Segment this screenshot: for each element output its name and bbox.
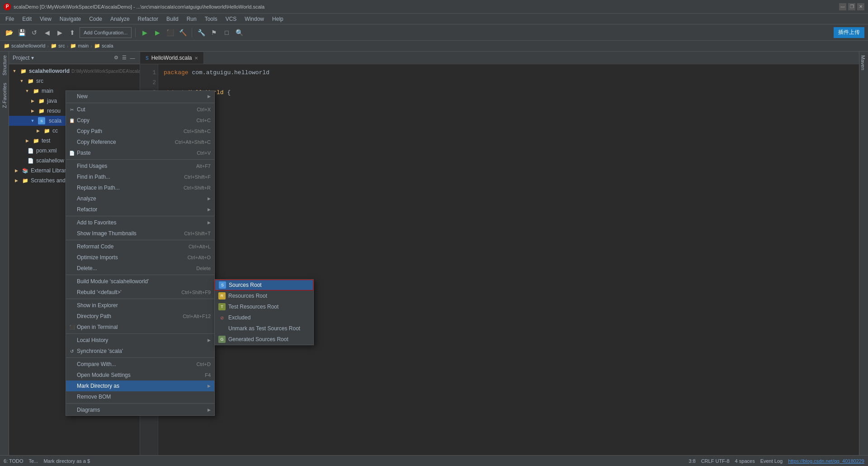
terminal-button[interactable]: Te...: [29, 458, 38, 464]
ctx-analyze[interactable]: Analyze: [66, 193, 214, 204]
ctx-show-explorer[interactable]: Show in Explorer: [66, 300, 214, 311]
breadcrumb-item-project[interactable]: 📁 scalahelloworld: [4, 43, 45, 49]
toolbar-search-button[interactable]: 🔍: [234, 27, 245, 38]
encoding-indicator: CRLF UTF-8: [701, 458, 730, 464]
toolbar-save-button[interactable]: 💾: [16, 27, 27, 38]
add-config-button[interactable]: Add Configuration...: [80, 27, 132, 38]
submenu-excluded[interactable]: ⊘ Excluded: [215, 312, 313, 323]
ctx-reformat-code[interactable]: Reformat Code Ctrl+Alt+L: [66, 241, 214, 252]
toolbar-more-button[interactable]: □: [221, 27, 232, 38]
ctx-remove-bom[interactable]: Remove BOM: [66, 391, 214, 402]
maximize-button[interactable]: ❐: [848, 3, 855, 10]
code-area[interactable]: package com.atguigu.helloworld object He…: [158, 64, 859, 455]
copy-icon: 📋: [69, 117, 75, 124]
tab-close-button[interactable]: ✕: [194, 56, 198, 61]
event-log-button[interactable]: Event Log: [760, 458, 783, 464]
ctx-sep-4: [66, 240, 214, 240]
project-collapse-button[interactable]: —: [129, 54, 136, 62]
menu-view[interactable]: View: [36, 15, 55, 23]
menu-analyze[interactable]: Analyze: [107, 15, 133, 23]
minimize-button[interactable]: —: [839, 3, 846, 10]
menu-tools[interactable]: Tools: [201, 15, 221, 23]
ctx-new[interactable]: New: [66, 91, 214, 102]
app-icon: P: [4, 3, 11, 10]
toolbar-run-button[interactable]: ▶: [139, 27, 150, 38]
excluded-icon: ⊘: [218, 314, 226, 321]
todo-button[interactable]: 6: TODO: [4, 458, 24, 464]
favorites-tool[interactable]: Z-Favorites: [1, 79, 8, 112]
toolbar-back-button[interactable]: ◀: [42, 27, 52, 38]
project-settings-button[interactable]: ⚙: [113, 54, 120, 62]
menu-vcs[interactable]: VCS: [222, 15, 241, 23]
breadcrumb-item-src[interactable]: 📁 src: [51, 43, 65, 49]
upload-button[interactable]: 插件上传: [834, 27, 864, 38]
menu-window[interactable]: Window: [241, 15, 268, 23]
tree-label: scala: [49, 118, 61, 124]
menu-navigate[interactable]: Navigate: [56, 15, 85, 23]
tree-item-src[interactable]: ▼ 📁 src: [9, 76, 140, 86]
menu-help[interactable]: Help: [269, 15, 287, 23]
ctx-copy[interactable]: 📋 Copy Ctrl+C: [66, 115, 214, 126]
ctx-synchronize[interactable]: ↺ Synchronize 'scala': [66, 346, 214, 357]
structure-tool[interactable]: Structure: [1, 52, 8, 79]
submenu-test-resources-root[interactable]: T Test Resources Root: [215, 301, 313, 312]
ctx-add-to-favorites[interactable]: Add to Favorites: [66, 217, 214, 228]
toolbar-debug-button[interactable]: ▶: [152, 27, 163, 38]
ctx-rebuild[interactable]: Rebuild '<default>' Ctrl+Shift+F9: [66, 287, 214, 298]
menu-code[interactable]: Code: [85, 15, 106, 23]
ctx-mark-directory-as[interactable]: Mark Directory as: [66, 380, 214, 391]
url-link[interactable]: https://blog.csdn.net/qq_40180229: [788, 458, 864, 464]
submenu-label: Generated Sources Root: [228, 336, 288, 342]
ctx-replace-in-path[interactable]: Replace in Path... Ctrl+Shift+R: [66, 182, 214, 193]
ctx-build-module[interactable]: Build Module 'scalahelloworld': [66, 276, 214, 287]
toolbar: 📂 💾 ↺ ◀ ▶ ⬆ Add Configuration... ▶ ▶ ⬛ 🔨…: [0, 24, 868, 41]
ctx-refactor[interactable]: Refactor: [66, 204, 214, 215]
submenu-generated-sources-root[interactable]: G Generated Sources Root: [215, 334, 313, 345]
ctx-cut[interactable]: ✂ Cut Ctrl+X: [66, 104, 214, 115]
toolbar-flag-button[interactable]: ⚑: [208, 27, 219, 38]
ctx-paste[interactable]: 📄 Paste Ctrl+V: [66, 147, 214, 158]
ctx-show-image-thumbnails[interactable]: Show Image Thumbnails Ctrl+Shift+T: [66, 228, 214, 239]
ctx-compare-with[interactable]: Compare With... Ctrl+D: [66, 359, 214, 370]
toolbar-stop-button[interactable]: ⬛: [165, 27, 175, 38]
ctx-delete[interactable]: Delete... Delete: [66, 263, 214, 274]
toolbar-build-button[interactable]: 🔨: [177, 27, 188, 38]
code-line-1: package com.atguigu.helloworld: [164, 68, 854, 78]
menu-refactor[interactable]: Refactor: [134, 15, 162, 23]
menu-build[interactable]: Build: [163, 15, 182, 23]
submenu-unmark-test-sources[interactable]: Unmark as Test Sources Root: [215, 323, 313, 334]
ctx-copy-path[interactable]: Copy Path Ctrl+Shift+C: [66, 126, 214, 137]
ctx-directory-path[interactable]: Directory Path Ctrl+Alt+F12: [66, 311, 214, 322]
tree-label: Scratches and: [31, 177, 66, 184]
toolbar-open-button[interactable]: 📂: [4, 27, 14, 38]
toolbar-refresh-button[interactable]: ↺: [29, 27, 40, 38]
tab-helloworld[interactable]: S HelloWorld.scala ✕: [140, 52, 204, 64]
toolbar-wrench-button[interactable]: 🔧: [196, 27, 207, 38]
menu-run[interactable]: Run: [183, 15, 200, 23]
editor-content: 1 2 3 4 package com.atguigu.helloworld o…: [140, 64, 859, 455]
ctx-find-usages[interactable]: Find Usages Alt+F7: [66, 161, 214, 171]
tree-item-scalahelloworld[interactable]: ▼ 📁 scalahelloworld D:\MyWork\WorkSpaceI…: [9, 66, 140, 76]
toolbar-nav-button[interactable]: ⬆: [67, 27, 78, 38]
ctx-open-terminal[interactable]: ⬛ Open in Terminal: [66, 322, 214, 333]
ctx-open-module-settings[interactable]: Open Module Settings F4: [66, 370, 214, 380]
submenu-label: Excluded: [228, 314, 250, 321]
submenu-resources-root[interactable]: R Resources Root: [215, 290, 313, 301]
menu-file[interactable]: File: [2, 15, 18, 23]
ctx-copy-reference[interactable]: Copy Reference Ctrl+Alt+Shift+C: [66, 137, 214, 147]
submenu-sources-root[interactable]: S Sources Root: [215, 280, 313, 290]
position-indicator: 3:8: [689, 458, 695, 464]
breadcrumb-item-scala[interactable]: 📁 scala: [94, 43, 113, 49]
ctx-local-history[interactable]: Local History: [66, 335, 214, 346]
breadcrumb-item-main[interactable]: 📁 main: [70, 43, 89, 49]
ctx-optimize-imports[interactable]: Optimize Imports Ctrl+Alt+O: [66, 252, 214, 263]
ctx-sep-3: [66, 216, 214, 216]
close-button[interactable]: ✕: [857, 3, 864, 10]
project-layout-button[interactable]: ☰: [121, 54, 128, 62]
tree-label: src: [36, 78, 43, 84]
maven-tool[interactable]: Maven: [859, 52, 868, 74]
toolbar-forward-button[interactable]: ▶: [54, 27, 65, 38]
ctx-diagrams[interactable]: Diagrams: [66, 404, 214, 415]
ctx-find-in-path[interactable]: Find in Path... Ctrl+Shift+F: [66, 171, 214, 182]
menu-edit[interactable]: Edit: [19, 15, 35, 23]
